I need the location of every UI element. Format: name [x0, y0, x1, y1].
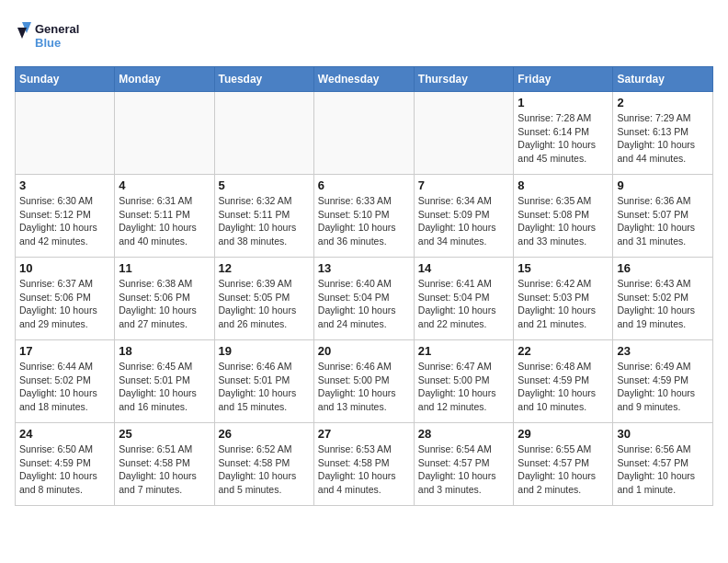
weekday-header: Sunday [16, 67, 115, 92]
day-info: Sunrise: 6:49 AM Sunset: 4:59 PM Dayligh… [617, 360, 709, 414]
calendar-cell: 1Sunrise: 7:28 AM Sunset: 6:14 PM Daylig… [514, 92, 613, 175]
day-number: 23 [617, 344, 709, 358]
day-number: 25 [119, 427, 210, 441]
calendar-cell: 24Sunrise: 6:50 AM Sunset: 4:59 PM Dayli… [16, 423, 115, 506]
day-info: Sunrise: 7:29 AM Sunset: 6:13 PM Dayligh… [617, 111, 709, 166]
calendar-cell: 22Sunrise: 6:48 AM Sunset: 4:59 PM Dayli… [514, 340, 613, 423]
day-info: Sunrise: 6:35 AM Sunset: 5:08 PM Dayligh… [518, 194, 609, 248]
day-number: 28 [418, 427, 510, 441]
day-info: Sunrise: 7:28 AM Sunset: 6:14 PM Dayligh… [518, 111, 609, 166]
logo: General Blue [15, 15, 88, 59]
logo-svg: General Blue [15, 15, 88, 59]
day-number: 15 [518, 261, 609, 275]
day-number: 16 [617, 261, 709, 275]
day-info: Sunrise: 6:37 AM Sunset: 5:06 PM Dayligh… [19, 277, 110, 331]
calendar-cell: 12Sunrise: 6:39 AM Sunset: 5:05 PM Dayli… [214, 258, 313, 340]
day-number: 7 [418, 178, 510, 192]
weekday-header: Thursday [414, 67, 514, 92]
calendar-cell: 7Sunrise: 6:34 AM Sunset: 5:09 PM Daylig… [414, 175, 514, 258]
weekday-header: Monday [115, 67, 214, 92]
calendar-cell: 15Sunrise: 6:42 AM Sunset: 5:03 PM Dayli… [514, 258, 613, 340]
day-info: Sunrise: 6:48 AM Sunset: 4:59 PM Dayligh… [518, 360, 609, 414]
day-info: Sunrise: 6:56 AM Sunset: 4:57 PM Dayligh… [617, 442, 709, 497]
day-number: 27 [318, 427, 410, 441]
calendar-cell [16, 92, 115, 175]
calendar-week-row: 10Sunrise: 6:37 AM Sunset: 5:06 PM Dayli… [16, 258, 713, 340]
day-info: Sunrise: 6:47 AM Sunset: 5:00 PM Dayligh… [418, 360, 510, 414]
calendar-cell: 2Sunrise: 7:29 AM Sunset: 6:13 PM Daylig… [613, 92, 713, 175]
day-info: Sunrise: 6:55 AM Sunset: 4:57 PM Dayligh… [518, 442, 609, 497]
svg-text:General: General [35, 22, 79, 36]
day-number: 10 [19, 261, 110, 275]
calendar-cell: 16Sunrise: 6:43 AM Sunset: 5:02 PM Dayli… [613, 258, 713, 340]
day-info: Sunrise: 6:53 AM Sunset: 4:58 PM Dayligh… [318, 442, 410, 497]
day-number: 26 [219, 427, 310, 441]
day-number: 20 [318, 344, 410, 358]
day-number: 3 [19, 178, 110, 192]
day-info: Sunrise: 6:40 AM Sunset: 5:04 PM Dayligh… [318, 277, 410, 331]
day-info: Sunrise: 6:52 AM Sunset: 4:58 PM Dayligh… [219, 442, 310, 497]
calendar-cell: 5Sunrise: 6:32 AM Sunset: 5:11 PM Daylig… [214, 175, 313, 258]
calendar-cell: 4Sunrise: 6:31 AM Sunset: 5:11 PM Daylig… [115, 175, 214, 258]
calendar-cell: 19Sunrise: 6:46 AM Sunset: 5:01 PM Dayli… [214, 340, 313, 423]
day-number: 17 [19, 344, 110, 358]
calendar-cell: 3Sunrise: 6:30 AM Sunset: 5:12 PM Daylig… [16, 175, 115, 258]
calendar-cell: 27Sunrise: 6:53 AM Sunset: 4:58 PM Dayli… [313, 423, 414, 506]
day-number: 14 [418, 261, 510, 275]
calendar-cell [115, 92, 214, 175]
day-info: Sunrise: 6:42 AM Sunset: 5:03 PM Dayligh… [518, 277, 609, 331]
day-number: 2 [617, 96, 709, 109]
day-info: Sunrise: 6:46 AM Sunset: 5:01 PM Dayligh… [219, 360, 310, 414]
calendar-header-row: SundayMondayTuesdayWednesdayThursdayFrid… [16, 67, 713, 92]
day-number: 13 [318, 261, 410, 275]
calendar-week-row: 24Sunrise: 6:50 AM Sunset: 4:59 PM Dayli… [16, 423, 713, 506]
calendar-table: SundayMondayTuesdayWednesdayThursdayFrid… [15, 66, 713, 506]
calendar-cell [313, 92, 414, 175]
day-number: 8 [518, 178, 609, 192]
day-number: 18 [119, 344, 210, 358]
day-number: 4 [119, 178, 210, 192]
calendar-cell: 8Sunrise: 6:35 AM Sunset: 5:08 PM Daylig… [514, 175, 613, 258]
calendar-week-row: 3Sunrise: 6:30 AM Sunset: 5:12 PM Daylig… [16, 175, 713, 258]
day-info: Sunrise: 6:38 AM Sunset: 5:06 PM Dayligh… [119, 277, 210, 331]
day-info: Sunrise: 6:41 AM Sunset: 5:04 PM Dayligh… [418, 277, 510, 331]
day-info: Sunrise: 6:39 AM Sunset: 5:05 PM Dayligh… [219, 277, 310, 331]
calendar-cell [214, 92, 313, 175]
weekday-header: Saturday [613, 67, 713, 92]
day-info: Sunrise: 6:31 AM Sunset: 5:11 PM Dayligh… [119, 194, 210, 248]
calendar-week-row: 1Sunrise: 7:28 AM Sunset: 6:14 PM Daylig… [16, 92, 713, 175]
calendar-cell: 28Sunrise: 6:54 AM Sunset: 4:57 PM Dayli… [414, 423, 514, 506]
day-number: 5 [219, 178, 310, 192]
calendar-cell: 17Sunrise: 6:44 AM Sunset: 5:02 PM Dayli… [16, 340, 115, 423]
weekday-header: Friday [514, 67, 613, 92]
weekday-header: Wednesday [313, 67, 414, 92]
day-number: 6 [318, 178, 410, 192]
day-info: Sunrise: 6:32 AM Sunset: 5:11 PM Dayligh… [219, 194, 310, 248]
day-number: 11 [119, 261, 210, 275]
calendar-cell: 25Sunrise: 6:51 AM Sunset: 4:58 PM Dayli… [115, 423, 214, 506]
day-info: Sunrise: 6:51 AM Sunset: 4:58 PM Dayligh… [119, 442, 210, 497]
day-number: 30 [617, 427, 709, 441]
calendar-cell: 6Sunrise: 6:33 AM Sunset: 5:10 PM Daylig… [313, 175, 414, 258]
day-number: 21 [418, 344, 510, 358]
calendar-cell: 30Sunrise: 6:56 AM Sunset: 4:57 PM Dayli… [613, 423, 713, 506]
day-info: Sunrise: 6:44 AM Sunset: 5:02 PM Dayligh… [19, 360, 110, 414]
day-number: 19 [219, 344, 310, 358]
calendar-cell: 13Sunrise: 6:40 AM Sunset: 5:04 PM Dayli… [313, 258, 414, 340]
calendar-week-row: 17Sunrise: 6:44 AM Sunset: 5:02 PM Dayli… [16, 340, 713, 423]
day-number: 22 [518, 344, 609, 358]
calendar-cell: 21Sunrise: 6:47 AM Sunset: 5:00 PM Dayli… [414, 340, 514, 423]
day-info: Sunrise: 6:45 AM Sunset: 5:01 PM Dayligh… [119, 360, 210, 414]
calendar-cell: 11Sunrise: 6:38 AM Sunset: 5:06 PM Dayli… [115, 258, 214, 340]
day-number: 12 [219, 261, 310, 275]
calendar-cell: 23Sunrise: 6:49 AM Sunset: 4:59 PM Dayli… [613, 340, 713, 423]
day-info: Sunrise: 6:54 AM Sunset: 4:57 PM Dayligh… [418, 442, 510, 497]
day-number: 1 [518, 96, 609, 109]
svg-marker-3 [17, 28, 27, 39]
day-info: Sunrise: 6:34 AM Sunset: 5:09 PM Dayligh… [418, 194, 510, 248]
calendar-cell: 18Sunrise: 6:45 AM Sunset: 5:01 PM Dayli… [115, 340, 214, 423]
calendar-cell [414, 92, 514, 175]
day-number: 24 [19, 427, 110, 441]
calendar-cell: 26Sunrise: 6:52 AM Sunset: 4:58 PM Dayli… [214, 423, 313, 506]
page-header: General Blue [15, 15, 713, 59]
